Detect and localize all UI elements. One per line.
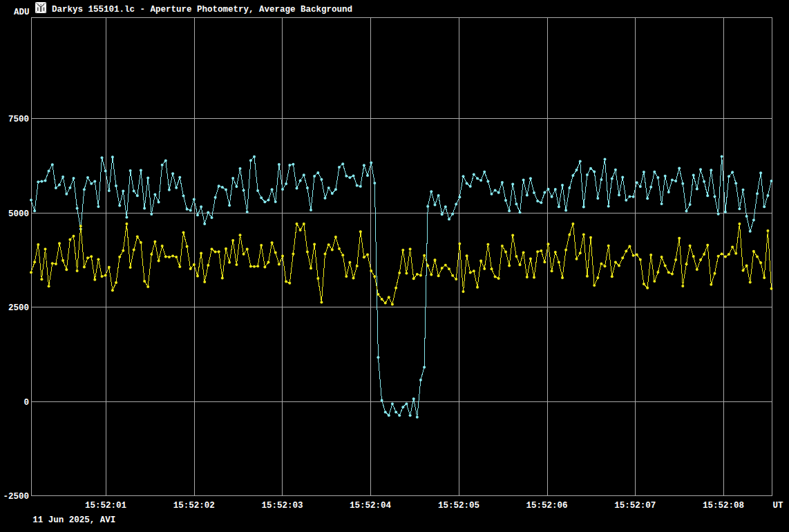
svg-text:ADU: ADU bbox=[14, 8, 30, 17]
svg-text:15:52:03: 15:52:03 bbox=[261, 501, 303, 511]
svg-text:UT: UT bbox=[772, 501, 783, 511]
svg-text:Darkys 155101.lc - Aperture Ph: Darkys 155101.lc - Aperture Photometry, … bbox=[52, 5, 352, 15]
svg-text:15:52:07: 15:52:07 bbox=[614, 501, 656, 511]
svg-text:5000: 5000 bbox=[8, 209, 29, 219]
svg-text:15:52:02: 15:52:02 bbox=[173, 501, 215, 511]
svg-text:0: 0 bbox=[23, 398, 29, 408]
svg-text:11 Jun 2025, AVI: 11 Jun 2025, AVI bbox=[32, 515, 115, 525]
svg-text:-2500: -2500 bbox=[3, 492, 29, 502]
svg-text:7500: 7500 bbox=[8, 115, 29, 124]
svg-text:15:52:06: 15:52:06 bbox=[526, 501, 568, 511]
svg-text:15:52:05: 15:52:05 bbox=[438, 501, 479, 511]
svg-text:15:52:04: 15:52:04 bbox=[350, 501, 392, 511]
svg-text:15:52:08: 15:52:08 bbox=[703, 501, 744, 511]
svg-text:15:52:01: 15:52:01 bbox=[85, 501, 126, 511]
svg-text:2500: 2500 bbox=[8, 303, 29, 313]
